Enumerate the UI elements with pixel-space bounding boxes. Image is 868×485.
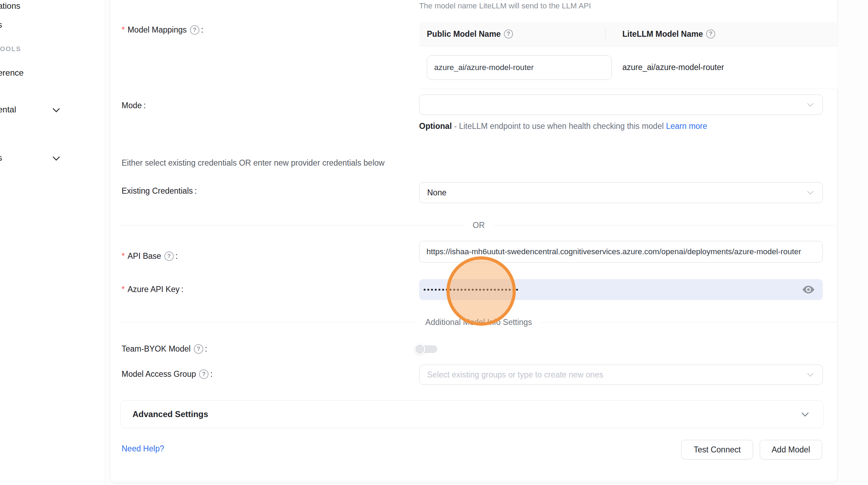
mode-label: Mode : <box>122 101 146 110</box>
required-asterisk: * <box>122 251 125 261</box>
chevron-down-icon <box>807 370 813 376</box>
azure-api-key-input[interactable]: •••••••••••••••••••••••••• <box>419 279 823 300</box>
sidebar-section-tools: TOOLS <box>0 45 21 53</box>
label-colon: : <box>181 285 183 294</box>
sidebar-item[interactable]: ations <box>0 1 20 11</box>
chevron-down-icon <box>801 409 809 417</box>
header-column-divider <box>605 28 606 40</box>
team-byok-label-text: Team-BYOK Model <box>122 344 191 354</box>
existing-credentials-label-text: Existing Credentials <box>122 186 193 196</box>
model-mappings-label-text: Model Mappings <box>128 25 187 35</box>
add-model-page: ations s TOOLS erence ental s The model … <box>0 0 868 485</box>
model-name-help-text: The model name LiteLLM will send to the … <box>419 1 591 11</box>
divider-line <box>494 225 838 226</box>
existing-credentials-value: None <box>419 188 446 198</box>
toggle-knob <box>414 344 425 355</box>
team-byok-label: Team-BYOK Model ? : <box>122 344 207 354</box>
table-row: azure_ai/azure-model-router <box>419 46 838 89</box>
label-colon: : <box>194 186 197 196</box>
public-model-name-input[interactable] <box>427 55 612 80</box>
sidebar-item[interactable]: erence <box>0 68 23 78</box>
label-colon: : <box>176 251 178 261</box>
column-header-litellm-model-name: LiteLLM Model Name ? <box>622 22 715 46</box>
mode-select[interactable] <box>419 95 823 115</box>
model-mappings-table: Public Model Name ? LiteLLM Model Name ?… <box>419 22 838 89</box>
credentials-note: Either select existing credentials OR en… <box>122 158 384 168</box>
advanced-settings-label: Advanced Settings <box>132 409 208 419</box>
help-question-icon[interactable]: ? <box>706 29 715 39</box>
additional-settings-divider: Additional Model Info Settings <box>120 317 838 327</box>
api-base-input[interactable] <box>419 241 823 263</box>
optional-badge-text: Optional <box>419 122 452 131</box>
sidebar: ations s TOOLS erence ental s <box>0 0 105 485</box>
existing-credentials-select[interactable]: None <box>419 182 823 203</box>
existing-credentials-label: Existing Credentials : <box>122 186 197 196</box>
model-mappings-label: * Model Mappings ? : <box>122 25 203 35</box>
divider-line <box>120 225 464 226</box>
help-question-icon[interactable]: ? <box>194 344 203 354</box>
label-colon: : <box>144 101 146 110</box>
help-question-icon[interactable]: ? <box>504 29 513 39</box>
label-colon: : <box>205 344 207 354</box>
test-connect-button[interactable]: Test Connect <box>681 440 753 459</box>
or-divider-text: OR <box>464 221 494 230</box>
required-asterisk: * <box>122 285 125 294</box>
advanced-settings-toggle[interactable]: Advanced Settings <box>120 400 823 428</box>
mode-label-text: Mode <box>122 101 142 110</box>
additional-settings-divider-text: Additional Model Info Settings <box>416 318 541 327</box>
masked-password-value: •••••••••••••••••••••••••• <box>423 285 519 294</box>
chevron-down-icon <box>807 188 813 194</box>
litellm-model-name-value: azure_ai/azure-model-router <box>622 63 724 72</box>
api-base-label: * API Base ? : <box>122 251 178 261</box>
divider-line <box>541 322 838 323</box>
or-divider: OR <box>120 220 838 230</box>
chevron-down-icon <box>53 153 60 161</box>
sidebar-item[interactable]: s <box>0 153 2 163</box>
model-access-group-label-text: Model Access Group <box>122 369 196 379</box>
table-header-row: Public Model Name ? LiteLLM Model Name ? <box>419 22 838 46</box>
divider-line <box>120 322 416 323</box>
sidebar-item[interactable]: ental <box>0 105 16 115</box>
model-access-group-label: Model Access Group ? : <box>122 369 213 379</box>
required-asterisk: * <box>122 25 125 35</box>
label-colon: : <box>210 369 212 379</box>
help-question-icon[interactable]: ? <box>164 251 174 261</box>
api-base-label-text: API Base <box>128 251 161 261</box>
column-header-public-model-name: Public Model Name ? <box>427 22 513 46</box>
chevron-down-icon <box>53 105 60 112</box>
azure-api-key-label: * Azure API Key : <box>122 285 184 294</box>
model-access-group-input[interactable] <box>427 370 799 380</box>
help-question-icon[interactable]: ? <box>190 25 199 35</box>
chevron-down-icon <box>807 100 813 106</box>
header-text: Public Model Name <box>427 29 501 39</box>
team-byok-toggle[interactable] <box>414 344 437 355</box>
header-text: LiteLLM Model Name <box>622 29 703 39</box>
azure-api-key-label-text: Azure API Key <box>128 285 179 294</box>
add-model-button[interactable]: Add Model <box>760 440 822 459</box>
model-access-group-select[interactable] <box>419 365 823 385</box>
sidebar-item[interactable]: s <box>0 20 2 30</box>
show-password-eye-icon[interactable] <box>802 284 815 295</box>
label-colon: : <box>201 25 203 35</box>
mode-help-text: Optional - LiteLLM endpoint to use when … <box>419 119 713 133</box>
help-question-icon[interactable]: ? <box>199 369 209 379</box>
mode-help-body: - LiteLLM endpoint to use when health ch… <box>452 122 666 131</box>
learn-more-link[interactable]: Learn more <box>666 122 707 131</box>
need-help-link[interactable]: Need Help? <box>122 444 164 453</box>
